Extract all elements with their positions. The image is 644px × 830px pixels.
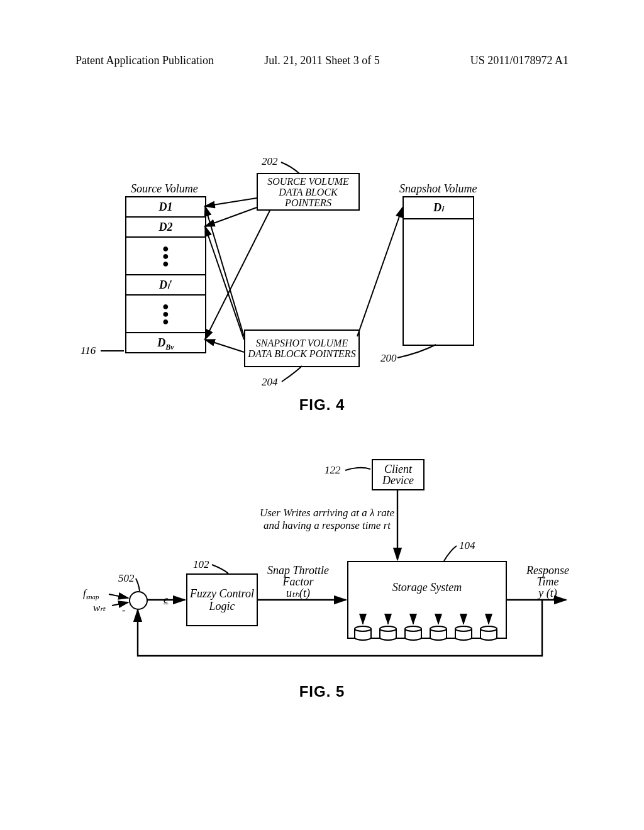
minus-label: - — [122, 605, 125, 616]
svg-line-2 — [205, 209, 270, 340]
snap-throttle-title: Snap Throttle Factor — [260, 565, 336, 587]
source-volume-column: D1 D2 ●●● Dᵢ′ ●●● DBv — [125, 196, 206, 353]
ref-200: 200 — [380, 352, 397, 365]
svg-line-6 — [357, 208, 402, 336]
ref-122: 122 — [325, 464, 341, 477]
svg-line-1 — [205, 208, 257, 226]
client-device-box: Client Device — [372, 459, 425, 490]
src-cell-d2: D2 — [126, 218, 205, 238]
ref-204: 204 — [262, 376, 278, 389]
summing-junction — [129, 591, 148, 610]
fuzzy-control-box: Fuzzy Control Logic — [186, 573, 258, 626]
e-label: e — [164, 594, 169, 606]
response-time-text: Response Time y (t) — [519, 565, 576, 599]
src-cell-dbv: DBv — [126, 332, 205, 352]
snapshot-pointer-box-label: SNAPSHOT VOLUME DATA BLOCK POINTERS — [245, 338, 358, 359]
snap-throttle-text: Snap Throttle Factor uₜₕ(t) — [260, 565, 336, 599]
fig5-svg — [0, 0, 644, 830]
svg-line-5 — [205, 340, 244, 352]
ref-502: 502 — [118, 572, 135, 585]
fsnap-label: fsnap — [83, 587, 99, 600]
client-device-label: Client Device — [373, 463, 423, 486]
ref-104: 104 — [459, 540, 475, 552]
snapshot-volume-title: Snapshot Volume — [399, 182, 477, 196]
svg-line-4 — [205, 226, 244, 340]
storage-system-box: Storage System — [347, 561, 507, 639]
user-writes-line1: User Writes arriving at a λ rate — [239, 507, 415, 519]
fig5-label: FIG. 5 — [0, 683, 644, 700]
source-pointer-box: SOURCE VOLUME DATA BLOCK POINTERS — [257, 173, 360, 211]
storage-system-label: Storage System — [348, 581, 506, 594]
user-writes-line2: and having a response time rt — [239, 519, 415, 532]
svg-line-10 — [112, 602, 128, 606]
svg-line-3 — [205, 206, 244, 336]
src-cell-d1: D1 — [126, 197, 205, 218]
snapshot-volume-column: Dᵢ — [402, 196, 474, 346]
header-right: US 2011/0178972 A1 — [470, 54, 569, 67]
source-volume-title: Source Volume — [131, 182, 198, 196]
ref-116: 116 — [80, 345, 96, 357]
src-cell-dip: Dᵢ′ — [126, 274, 205, 296]
snapshot-pointer-box: SNAPSHOT VOLUME DATA BLOCK POINTERS — [244, 329, 360, 367]
snap-throttle-sym: uₜₕ(t) — [260, 587, 336, 599]
response-time-sym: y (t) — [519, 587, 576, 599]
svg-line-9 — [109, 594, 128, 598]
fig4-label: FIG. 4 — [0, 396, 644, 414]
svg-line-0 — [205, 198, 257, 206]
user-writes-text: User Writes arriving at a λ rate and hav… — [239, 507, 415, 532]
fuzzy-control-label: Fuzzy Control Logic — [187, 587, 257, 612]
source-pointer-box-label: SOURCE VOLUME DATA BLOCK POINTERS — [258, 176, 358, 208]
ref-102: 102 — [193, 558, 209, 571]
response-time-title: Response Time — [519, 565, 576, 587]
src-cell-dots2: ●●● — [126, 296, 205, 332]
wrt-label: wᵣₜ — [93, 601, 106, 614]
page: Patent Application Publication Jul. 21, … — [0, 0, 644, 830]
ref-202: 202 — [262, 155, 278, 168]
src-cell-dots1: ●●● — [126, 238, 205, 274]
snap-cell-di: Dᵢ — [404, 197, 473, 219]
